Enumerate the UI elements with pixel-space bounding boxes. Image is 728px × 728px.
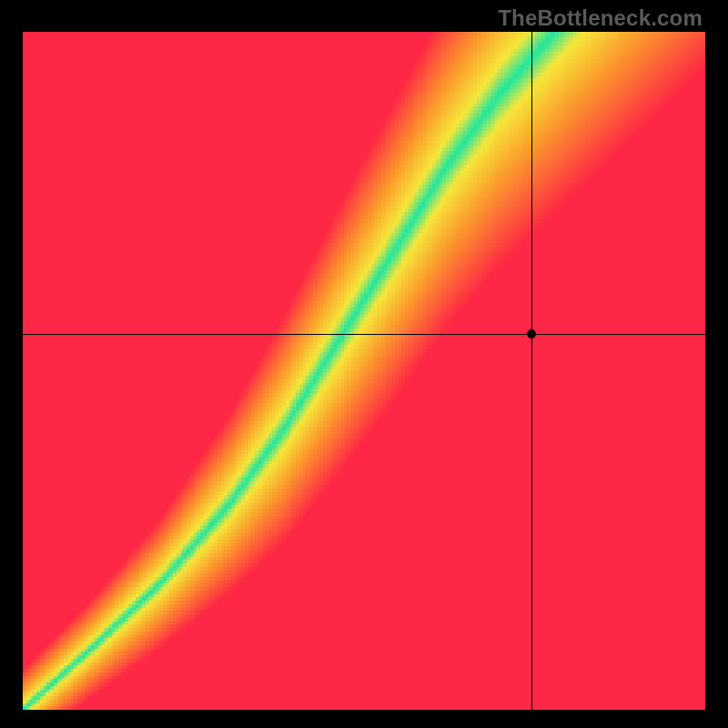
- crosshair-vertical: [531, 32, 532, 710]
- chart-frame: TheBottleneck.com: [0, 0, 728, 728]
- watermark-text: TheBottleneck.com: [498, 5, 703, 31]
- crosshair-horizontal: [23, 334, 705, 335]
- plot-area: [23, 32, 705, 710]
- marker-dot: [527, 329, 536, 339]
- heatmap-canvas: [23, 32, 705, 710]
